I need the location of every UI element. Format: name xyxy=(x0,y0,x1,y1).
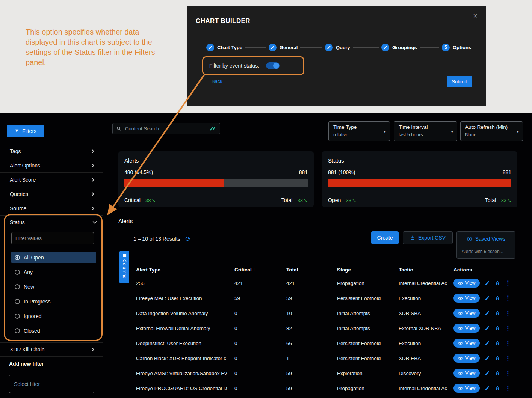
status-option-closed[interactable]: Closed xyxy=(11,325,96,336)
close-icon[interactable]: × xyxy=(473,12,478,20)
dashboard: Filters Tags Alert Options Alert Score Q… xyxy=(0,113,532,398)
view-button[interactable]: View xyxy=(453,339,480,348)
kebab-menu-icon[interactable]: ⋮ xyxy=(505,355,511,361)
col-critical[interactable]: Critical↓ xyxy=(234,267,286,273)
metric-label: Open xyxy=(328,197,341,203)
kebab-menu-icon[interactable]: ⋮ xyxy=(505,310,511,316)
time-type-select[interactable]: Time Type relative ▾ xyxy=(328,121,390,141)
trend-down-icon: ↘ xyxy=(304,197,308,203)
card-footer-left: Critical -38↘ xyxy=(124,197,156,203)
delete-icon[interactable] xyxy=(495,326,500,331)
kebab-menu-icon[interactable]: ⋮ xyxy=(505,295,511,301)
sidebar-item-alert-score[interactable]: Alert Score xyxy=(0,173,103,187)
sidebar-item-source[interactable]: Source xyxy=(0,201,103,216)
edit-icon[interactable] xyxy=(485,280,490,286)
col-tactic[interactable]: Tactic xyxy=(399,267,453,273)
critical-cell: 59 xyxy=(234,295,286,301)
table-header: Alert Type Critical↓ Total Stage Tactic … xyxy=(131,264,517,276)
delete-icon[interactable] xyxy=(495,356,500,361)
download-icon xyxy=(410,235,415,240)
view-button[interactable]: View xyxy=(453,354,480,363)
auto-refresh-value: None xyxy=(465,132,518,137)
sidebar-item-alert-options[interactable]: Alert Options xyxy=(0,158,103,173)
search-input[interactable] xyxy=(124,125,207,132)
step-query[interactable]: Query xyxy=(322,43,353,52)
step-options[interactable]: 5 Options xyxy=(439,43,474,52)
view-button[interactable]: View xyxy=(453,309,480,318)
refresh-icon[interactable]: ⟳ xyxy=(186,236,191,242)
card-right-value: 881 xyxy=(299,169,308,175)
col-alert-type[interactable]: Alert Type xyxy=(136,267,234,273)
actions-cell: View ⋮ xyxy=(453,354,517,363)
alerts-table: Alert Type Critical↓ Total Stage Tactic … xyxy=(131,264,517,396)
delete-icon[interactable] xyxy=(495,341,500,346)
submit-button[interactable]: Submit xyxy=(447,76,472,87)
time-type-label: Time Type xyxy=(333,124,385,130)
status-option-in-progress[interactable]: In Progress xyxy=(11,295,96,307)
annotation-text: This option specifies whether data displ… xyxy=(26,27,172,68)
tactic-cell: Internal Credential Ac xyxy=(399,280,453,286)
sidebar-item-tags[interactable]: Tags xyxy=(0,144,103,158)
status-option-any[interactable]: Any xyxy=(11,266,96,278)
export-csv-button[interactable]: Export CSV xyxy=(403,231,453,244)
radio-icon xyxy=(15,299,20,304)
total-cell: 82 xyxy=(286,326,337,331)
columns-button[interactable]: Columns xyxy=(119,251,129,283)
delete-icon[interactable] xyxy=(495,280,500,286)
sidebar-item-xdr-kill-chain[interactable]: XDR Kill Chain xyxy=(0,342,103,357)
actions-cell: View ⋮ xyxy=(453,309,517,318)
kebab-menu-icon[interactable]: ⋮ xyxy=(505,340,511,346)
edit-icon[interactable] xyxy=(485,295,490,301)
col-stage[interactable]: Stage xyxy=(337,267,399,273)
sidebar-nav: Tags Alert Options Alert Score Queries S… xyxy=(0,144,103,216)
progress-bar-fill xyxy=(124,179,224,187)
kebab-menu-icon[interactable]: ⋮ xyxy=(505,385,511,391)
delete-icon[interactable] xyxy=(495,371,500,376)
filters-button[interactable]: Filters xyxy=(7,125,44,137)
radio-icon xyxy=(15,314,20,319)
filter-values-input[interactable] xyxy=(11,232,94,244)
filter-funnel-icon xyxy=(14,128,19,133)
view-button[interactable]: View xyxy=(453,369,480,378)
view-button[interactable]: View xyxy=(453,279,480,288)
actions-cell: View ⋮ xyxy=(453,369,517,378)
kebab-menu-icon[interactable]: ⋮ xyxy=(505,370,511,376)
view-button[interactable]: View xyxy=(453,294,480,303)
step-general[interactable]: General xyxy=(266,43,300,52)
status-option-ignored[interactable]: Ignored xyxy=(11,310,96,322)
kebab-menu-icon[interactable]: ⋮ xyxy=(505,280,511,286)
saved-views-main: Saved Views xyxy=(457,232,515,246)
step-groupings[interactable]: Groupings xyxy=(379,43,420,52)
edit-icon[interactable] xyxy=(485,326,490,331)
eye-icon xyxy=(458,372,463,375)
back-link[interactable]: Back xyxy=(212,78,222,84)
time-interval-select[interactable]: Time Interval last 5 hours ▾ xyxy=(394,121,457,141)
edit-icon[interactable] xyxy=(485,371,490,376)
sidebar-item-queries[interactable]: Queries xyxy=(0,187,103,201)
edit-icon[interactable] xyxy=(485,341,490,346)
edit-icon[interactable] xyxy=(485,311,490,316)
stage-cell: Persistent Foothold xyxy=(337,295,399,301)
col-total[interactable]: Total xyxy=(286,267,337,273)
delete-icon[interactable] xyxy=(495,386,500,391)
event-status-toggle[interactable] xyxy=(266,62,280,69)
sidebar-item-status[interactable]: Status xyxy=(5,215,101,229)
status-option-new[interactable]: New xyxy=(11,281,96,292)
view-button[interactable]: View xyxy=(453,324,480,333)
eye-icon xyxy=(458,387,463,390)
step-chart-type[interactable]: Chart Type xyxy=(204,43,245,52)
status-option-all-open[interactable]: All Open xyxy=(11,252,96,263)
critical-cell: 0 xyxy=(234,371,286,376)
eye-icon xyxy=(458,357,463,360)
kebab-menu-icon[interactable]: ⋮ xyxy=(505,325,511,331)
edit-icon[interactable] xyxy=(485,386,490,391)
edit-icon[interactable] xyxy=(485,356,490,361)
delete-icon[interactable] xyxy=(495,295,500,301)
saved-views-button[interactable]: Saved Views Alerts with 6 essen... xyxy=(456,231,515,259)
create-button[interactable]: Create xyxy=(371,231,399,244)
select-filter-input[interactable] xyxy=(9,375,94,393)
delete-icon[interactable] xyxy=(495,311,500,316)
view-button[interactable]: View xyxy=(453,384,480,393)
auto-refresh-select[interactable]: Auto Refresh (Min) None ▾ xyxy=(460,121,523,141)
chevron-right-icon xyxy=(91,347,94,352)
